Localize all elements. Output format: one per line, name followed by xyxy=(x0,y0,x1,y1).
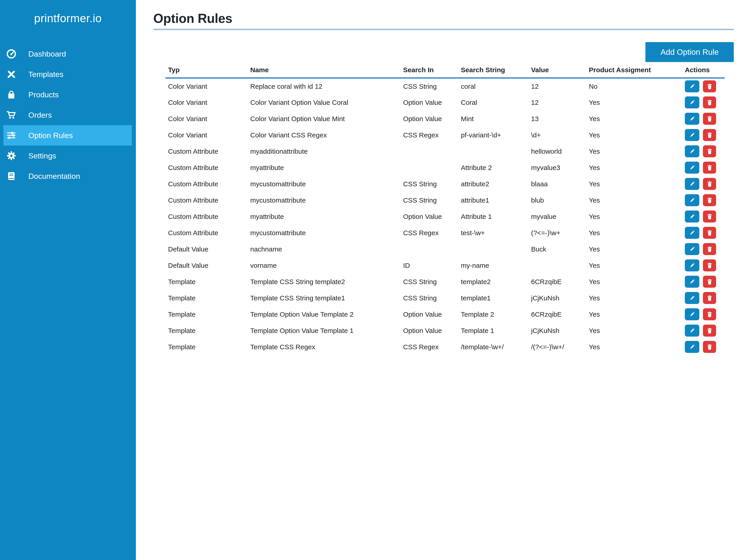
cell-name: Color Variant Option Value Coral xyxy=(248,94,400,111)
sidebar-item-label: Documentation xyxy=(28,172,80,181)
edit-button[interactable] xyxy=(685,308,699,320)
trash-icon xyxy=(706,132,713,138)
cell-typ: Custom Attribute xyxy=(165,209,248,225)
edit-button[interactable] xyxy=(685,129,699,141)
cell-actions xyxy=(682,143,725,160)
edit-button[interactable] xyxy=(685,341,699,353)
edit-button[interactable] xyxy=(685,243,699,255)
add-option-rule-button[interactable]: Add Option Rule xyxy=(646,42,734,62)
cell-value xyxy=(528,257,586,274)
cell-product-assignment: Yes xyxy=(586,160,682,176)
trash-icon xyxy=(706,311,713,317)
cell-actions xyxy=(682,192,725,209)
table-row: Default Value nachname Buck Yes xyxy=(165,241,725,257)
cell-search-in: CSS String xyxy=(400,78,458,94)
edit-button[interactable] xyxy=(685,325,699,337)
cell-name: mycustomattribute xyxy=(248,176,400,192)
pencil-icon xyxy=(689,344,695,350)
delete-button[interactable] xyxy=(703,308,716,320)
edit-button[interactable] xyxy=(685,194,699,206)
pencil-icon xyxy=(689,278,695,285)
cell-value: (?<=-)\w+ xyxy=(528,225,586,241)
delete-button[interactable] xyxy=(703,243,716,255)
edit-button[interactable] xyxy=(685,113,699,125)
pencil-icon xyxy=(689,148,695,154)
pencil-icon xyxy=(689,311,695,317)
cell-typ: Color Variant xyxy=(165,78,248,94)
sidebar-item-templates[interactable]: Templates xyxy=(0,64,136,84)
edit-button[interactable] xyxy=(685,276,699,288)
sidebar-item-orders[interactable]: Orders xyxy=(0,105,136,125)
column-header-product-assigment: Product Assigment xyxy=(586,66,682,78)
edit-button[interactable] xyxy=(685,80,699,92)
edit-button[interactable] xyxy=(685,259,699,271)
delete-button[interactable] xyxy=(703,113,716,125)
cell-name: nachname xyxy=(248,241,400,257)
sidebar-item-dashboard[interactable]: Dashboard xyxy=(0,44,136,64)
cell-product-assignment: Yes xyxy=(586,323,682,339)
cell-search-string: Coral xyxy=(458,94,528,111)
delete-button[interactable] xyxy=(703,129,716,141)
edit-button[interactable] xyxy=(685,96,699,108)
delete-button[interactable] xyxy=(703,341,716,353)
delete-button[interactable] xyxy=(703,325,716,337)
delete-button[interactable] xyxy=(703,194,716,206)
trash-icon xyxy=(706,197,713,203)
column-header-typ: Typ xyxy=(165,66,248,78)
delete-button[interactable] xyxy=(703,292,716,304)
delete-button[interactable] xyxy=(703,178,716,190)
cell-search-string xyxy=(458,241,528,257)
delete-button[interactable] xyxy=(703,96,716,108)
sidebar-item-label: Orders xyxy=(28,111,52,119)
cell-typ: Color Variant xyxy=(165,127,248,143)
cell-search-string: coral xyxy=(458,78,528,94)
trash-icon xyxy=(706,328,713,334)
sidebar: printformer.io Dashboard Templates Produ… xyxy=(0,0,136,560)
edit-button[interactable] xyxy=(685,227,699,239)
cell-search-string: template2 xyxy=(458,274,528,290)
table-row: Template Template Option Value Template … xyxy=(165,306,725,323)
cell-search-in xyxy=(400,241,458,257)
sidebar-item-products[interactable]: Products xyxy=(0,84,136,105)
sidebar-item-label: Dashboard xyxy=(28,50,66,58)
column-header-name: Name xyxy=(248,66,400,78)
edit-button[interactable] xyxy=(685,211,699,223)
sidebar-item-documentation[interactable]: Documentation xyxy=(0,166,136,186)
delete-button[interactable] xyxy=(703,80,716,92)
column-header-actions: Actions xyxy=(682,66,725,78)
sidebar-item-option-rules[interactable]: Option Rules xyxy=(3,125,132,146)
cell-product-assignment: Yes xyxy=(586,225,682,241)
pencil-icon xyxy=(689,99,695,105)
table-row: Template Template CSS String template1 C… xyxy=(165,290,725,306)
cell-typ: Color Variant xyxy=(165,111,248,127)
sidebar-item-settings[interactable]: Settings xyxy=(0,146,136,166)
cell-search-in: ID xyxy=(400,257,458,274)
cell-name: Template CSS String template1 xyxy=(248,290,400,306)
edit-button[interactable] xyxy=(685,145,699,157)
delete-button[interactable] xyxy=(703,145,716,157)
cell-name: mycustomattribute xyxy=(248,192,400,209)
delete-button[interactable] xyxy=(703,259,716,271)
cell-value: jCjKuNsh xyxy=(528,323,586,339)
edit-button[interactable] xyxy=(685,292,699,304)
edit-button[interactable] xyxy=(685,162,699,174)
cell-search-string: attribute2 xyxy=(458,176,528,192)
table-row: Template Template CSS Regex CSS Regex /t… xyxy=(165,339,725,355)
cell-value: 6CRzqibE xyxy=(528,306,586,323)
trash-icon xyxy=(706,99,713,105)
cell-value: jCjKuNsh xyxy=(528,290,586,306)
pencil-icon xyxy=(689,295,695,301)
pencil-icon xyxy=(689,230,695,236)
trash-icon xyxy=(706,83,713,89)
delete-button[interactable] xyxy=(703,276,716,288)
pencil-icon xyxy=(689,262,695,268)
settings-icon xyxy=(6,151,16,161)
delete-button[interactable] xyxy=(703,227,716,239)
delete-button[interactable] xyxy=(703,162,716,174)
edit-button[interactable] xyxy=(685,178,699,190)
cell-search-string: test-\w+ xyxy=(458,225,528,241)
delete-button[interactable] xyxy=(703,211,716,223)
cell-actions xyxy=(682,127,725,143)
cell-actions xyxy=(682,339,725,355)
products-icon xyxy=(6,89,16,100)
